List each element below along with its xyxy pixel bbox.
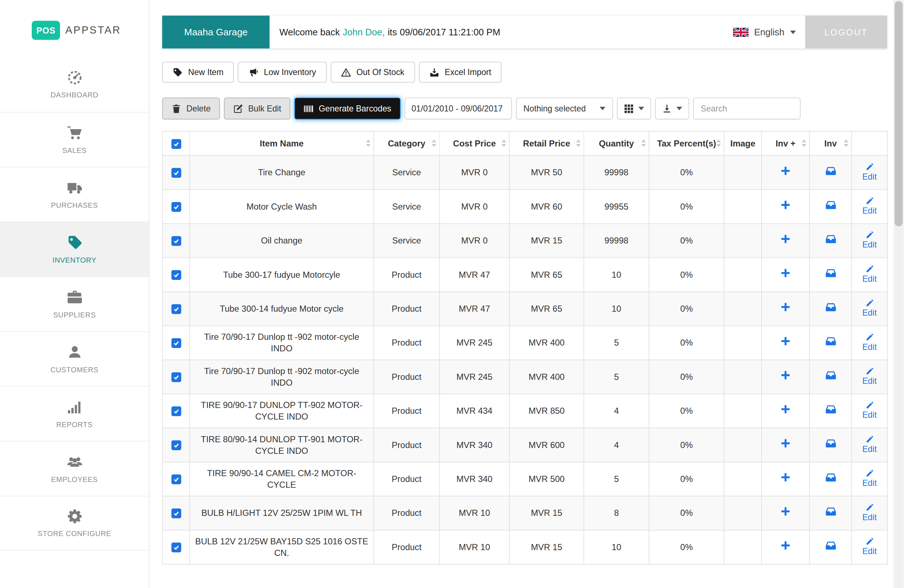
excel-import-button[interactable]: Excel Import [419, 62, 502, 82]
row-checkbox[interactable] [171, 441, 181, 450]
sort-arrows-icon[interactable] [366, 140, 370, 147]
inbox-icon[interactable] [825, 166, 837, 176]
plus-icon[interactable] [780, 404, 791, 414]
out-of-stock-button[interactable]: Out Of Stock [330, 62, 415, 82]
table-row: Tire 70/90-17 Dunlop tt -902 motor-cycle… [162, 326, 887, 359]
generate-barcodes-button[interactable]: Generate Barcodes [294, 97, 400, 119]
select-all-checkbox[interactable] [171, 139, 181, 149]
logout-button[interactable]: LOGOUT [805, 16, 887, 48]
column-header-actions[interactable] [852, 131, 887, 155]
row-checkbox[interactable] [171, 338, 181, 348]
plus-icon[interactable] [780, 472, 791, 483]
column-header-item-name[interactable]: Item Name [190, 131, 374, 155]
inbox-icon[interactable] [825, 302, 837, 312]
edit-button[interactable]: Edit [862, 469, 877, 489]
store-name-tab[interactable]: Maaha Garage [162, 16, 270, 48]
row-checkbox[interactable] [171, 372, 181, 382]
column-header-tax-percent-s-[interactable]: Tax Percent(s) [649, 131, 724, 155]
date-range-input[interactable] [405, 97, 512, 119]
table-row: TIRE 90/90-17 DUNLOP TT-902 MOTOR-CYCLE … [162, 394, 887, 427]
sidebar-item-employees[interactable]: EMPLOYEES [0, 441, 149, 496]
sort-arrows-icon[interactable] [501, 140, 506, 147]
row-checkbox[interactable] [171, 475, 181, 484]
sidebar-item-store-configure[interactable]: STORE CONFIGURE [0, 496, 149, 550]
plus-icon[interactable] [780, 234, 791, 244]
row-checkbox[interactable] [171, 509, 181, 518]
edit-button[interactable]: Edit [862, 163, 877, 183]
column-header-image[interactable]: Image [724, 131, 762, 155]
sidebar-item-dashboard[interactable]: DASHBOARD [0, 57, 149, 112]
plus-icon[interactable] [780, 438, 791, 449]
delete-button[interactable]: Delete [162, 97, 220, 119]
inbox-icon[interactable] [825, 506, 837, 517]
row-checkbox[interactable] [171, 202, 181, 212]
edit-button[interactable]: Edit [862, 333, 877, 353]
row-checkbox[interactable] [171, 236, 181, 246]
edit-button[interactable]: Edit [862, 503, 877, 523]
plus-icon[interactable] [780, 302, 791, 312]
plus-icon[interactable] [780, 166, 791, 176]
inbox-icon[interactable] [825, 404, 837, 415]
sort-arrows-icon[interactable] [716, 140, 721, 147]
row-checkbox[interactable] [171, 168, 181, 178]
row-checkbox[interactable] [171, 406, 181, 416]
sidebar-item-sales[interactable]: SALES [0, 112, 149, 167]
sort-arrows-icon[interactable] [432, 140, 436, 147]
inbox-icon[interactable] [825, 438, 837, 449]
edit-button[interactable]: Edit [862, 265, 877, 285]
inbox-icon[interactable] [825, 472, 837, 483]
inbox-icon[interactable] [825, 234, 837, 245]
plus-icon[interactable] [780, 336, 791, 347]
sort-arrows-icon[interactable] [801, 140, 806, 147]
column-header-cost-price[interactable]: Cost Price [439, 131, 509, 155]
edit-button[interactable]: Edit [862, 197, 877, 217]
scrollbar-thumb[interactable] [895, 1, 902, 226]
sidebar-item-inventory[interactable]: INVENTORY [0, 221, 149, 276]
column-header-inv-+[interactable]: Inv + [762, 131, 809, 155]
sidebar-item-customers[interactable]: CUSTOMERS [0, 331, 149, 386]
edit-button[interactable]: Edit [862, 401, 877, 421]
bulk-edit-button[interactable]: Bulk Edit [224, 97, 291, 119]
column-header-category[interactable]: Category [374, 131, 439, 155]
sort-arrows-icon[interactable] [576, 140, 581, 147]
plus-icon[interactable] [780, 370, 791, 381]
plus-icon[interactable] [780, 200, 791, 210]
user-name-link[interactable]: John Doe, [343, 27, 385, 37]
megaphone-icon [248, 67, 258, 77]
inbox-icon[interactable] [825, 370, 837, 381]
edit-button[interactable]: Edit [862, 537, 877, 557]
row-checkbox[interactable] [171, 305, 181, 314]
sidebar-item-purchases[interactable]: PURCHASES [0, 167, 149, 221]
language-selector[interactable]: English [724, 16, 805, 48]
columns-dropdown[interactable] [617, 97, 651, 119]
row-checkbox[interactable] [171, 542, 181, 552]
column-header-inv[interactable]: Inv [809, 131, 852, 155]
sidebar-item-suppliers[interactable]: SUPPLIERS [0, 276, 149, 331]
quantity-cell: 99998 [584, 155, 649, 189]
edit-button[interactable]: Edit [862, 367, 877, 387]
new-item-button[interactable]: New Item [162, 62, 234, 82]
edit-button[interactable]: Edit [862, 299, 877, 319]
inbox-icon[interactable] [825, 336, 837, 347]
plus-icon[interactable] [780, 506, 791, 517]
inbox-icon[interactable] [825, 199, 837, 210]
inbox-icon[interactable] [825, 540, 837, 551]
inbox-icon[interactable] [825, 268, 837, 278]
export-dropdown[interactable] [655, 97, 689, 119]
column-header-quantity[interactable]: Quantity [584, 131, 649, 155]
plus-icon[interactable] [780, 268, 791, 278]
edit-button[interactable]: Edit [862, 435, 877, 455]
plus-icon[interactable] [780, 541, 791, 551]
search-input[interactable] [693, 97, 800, 119]
column-header-retail-price[interactable]: Retail Price [509, 131, 584, 155]
tag-icon [67, 234, 82, 250]
sidebar-item-reports[interactable]: REPORTS [0, 386, 149, 441]
row-checkbox[interactable] [171, 270, 181, 280]
edit-button[interactable]: Edit [862, 231, 877, 251]
sort-arrows-icon[interactable] [844, 140, 849, 147]
category-filter-dropdown[interactable]: Nothing selected [516, 97, 613, 119]
low-inventory-button[interactable]: Low Inventory [238, 62, 326, 82]
logo-text: APPSTAR [65, 24, 121, 36]
scrollbar[interactable] [893, 0, 904, 588]
sort-arrows-icon[interactable] [642, 140, 646, 147]
